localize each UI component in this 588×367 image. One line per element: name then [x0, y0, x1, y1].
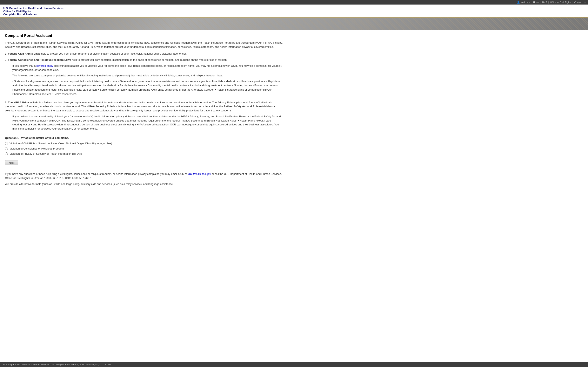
list-item-3: 3. The HIPAA Privacy Rule is a federal l… [5, 100, 284, 113]
welcome-label: Welcome [521, 1, 530, 3]
question-section: Question 1 - What is the nature of your … [5, 136, 284, 165]
item3-text2: is a federal law that requires security … [112, 105, 224, 108]
item1-text: help to protect you from unfair treatmen… [40, 52, 187, 55]
item1-number: 1. [5, 52, 8, 55]
sub1-text2: discriminated against you or violated yo… [12, 64, 282, 71]
separator-1: | [540, 1, 541, 3]
bullet-list: • State and local government agencies th… [12, 79, 284, 96]
radio-option-2[interactable]: Violation of Conscience or Religious Fre… [5, 147, 284, 150]
radio-conscience[interactable] [5, 147, 8, 150]
sub-paragraph-3: If you believe that a covered entity vio… [12, 115, 284, 131]
radio-option-1[interactable]: Violation of Civil Rights (Based on Race… [5, 142, 284, 145]
bullet-item-1: • State and local government agencies th… [12, 80, 280, 96]
radio-hipaa-label: Violation of Privacy or Security of Heal… [9, 152, 82, 155]
contact-link[interactable]: Contact Us [574, 1, 586, 3]
office-name: Office for Civil Rights [3, 10, 585, 13]
question-title: Question 1 - What is the nature of your … [5, 136, 284, 139]
alt-format-paragraph: We provide alternative formats (such as … [5, 182, 284, 186]
portal-name: Complaint Portal Assistant [3, 13, 585, 16]
next-button[interactable]: Next [5, 160, 18, 165]
welcome-area: 👤 Welcome [517, 1, 530, 4]
sub2-text: The following are some examples of poten… [12, 74, 223, 77]
separator-2: | [548, 1, 549, 3]
item3-number: 3. [5, 101, 8, 104]
item1-label: Federal Civil Rights Laws [8, 52, 40, 55]
sub-paragraph-2: The following are some examples of poten… [12, 74, 284, 78]
radio-conscience-label: Violation of Conscience or Religious Fre… [9, 147, 64, 150]
radio-hipaa[interactable] [5, 152, 8, 155]
top-navigation: 👤 Welcome Home | HHS | Office for Civil … [0, 0, 588, 5]
intro-paragraph: The U.S. Department of Health and Human … [5, 41, 284, 49]
patient-safety-label: Patient Safety Act and Rule [224, 105, 259, 108]
list-item-1: 1. Federal Civil Rights Laws help to pro… [5, 52, 284, 56]
contact-text1: If you have any questions or need help f… [5, 172, 188, 175]
sub-paragraph-1: If you believe that a covered entity dis… [12, 64, 284, 72]
covered-entity-link[interactable]: covered entity [36, 64, 53, 67]
hhs-link[interactable]: HHS [542, 1, 547, 3]
contact-info: If you have any questions or need help f… [5, 172, 284, 186]
item3-label: The HIPAA Privacy Rule [8, 101, 38, 104]
page-title: Complaint Portal Assistant [5, 33, 284, 38]
contact-email-link[interactable]: OCRMail@hhs.gov [188, 172, 211, 175]
banner-overlay [0, 17, 588, 30]
contact-paragraph: If you have any questions or need help f… [5, 172, 284, 180]
banner-image [0, 17, 588, 30]
office-link[interactable]: Office for Civil Rights [550, 1, 571, 3]
item2-number: 2. [5, 58, 8, 61]
radio-civil-rights-label: Violation of Civil Rights (Based on Race… [9, 142, 112, 145]
sub1-text: If you believe that a [12, 64, 36, 67]
list-item-2: 2. Federal Conscience and Religious Free… [5, 58, 284, 62]
dept-name: U.S. Department of Health and Human Serv… [3, 7, 585, 10]
main-content: Complaint Portal Assistant The U.S. Depa… [0, 30, 289, 194]
hipaa-security-label: HIPAA Security Rule [86, 105, 112, 108]
home-link[interactable]: Home [533, 1, 539, 3]
user-icon: 👤 [517, 1, 520, 4]
item2-text: help to protect you from coercion, discr… [71, 58, 227, 61]
site-header: U.S. Department of Health and Human Serv… [0, 5, 588, 17]
item2-label: Federal Conscience and Religious Freedom… [8, 58, 71, 61]
radio-option-3[interactable]: Violation of Privacy or Security of Heal… [5, 152, 284, 155]
radio-civil-rights[interactable] [5, 142, 8, 145]
separator-3: | [572, 1, 573, 3]
